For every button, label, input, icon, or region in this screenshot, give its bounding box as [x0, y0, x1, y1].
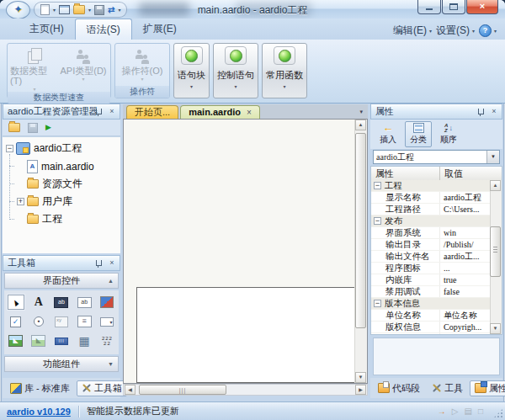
toolbox-icon-numeric[interactable]: 22222: [98, 333, 115, 348]
scroll-up-icon[interactable]: ▲: [355, 120, 366, 130]
run-status-icon[interactable]: ▷: [452, 407, 459, 416]
property-row[interactable]: 界面系统win: [371, 227, 491, 239]
property-row[interactable]: 显示名称aardio工程: [371, 192, 491, 204]
toolbox-icon-richedit[interactable]: [98, 295, 115, 310]
close-button[interactable]: ×: [466, 0, 498, 14]
toolbox-icon-image[interactable]: ◣: [30, 333, 47, 348]
property-category[interactable]: −工程: [371, 180, 491, 192]
property-row[interactable]: 单位名称单位名称: [371, 310, 491, 322]
toolbox-icon-listview[interactable]: ▦: [76, 333, 93, 348]
property-row[interactable]: 禁用调试false: [371, 286, 491, 298]
scroll-right-icon[interactable]: ▶: [355, 385, 366, 395]
expand-icon[interactable]: +: [17, 198, 24, 205]
toolbox-icon-button[interactable]: III: [53, 333, 70, 348]
close-tab-icon[interactable]: ×: [247, 109, 252, 117]
toolbox-icon-textbox[interactable]: ab: [53, 295, 70, 310]
save-project-icon[interactable]: [28, 123, 38, 133]
property-row[interactable]: 程序图标...: [371, 263, 491, 274]
toolbox-icon-radio[interactable]: ●: [30, 314, 47, 329]
open-project-icon[interactable]: [8, 123, 20, 132]
collapse-icon[interactable]: −: [6, 145, 13, 152]
new-document-icon[interactable]: [40, 4, 50, 15]
version-link[interactable]: aardio v10.129: [7, 407, 71, 417]
operator-button[interactable]: 操作符(O) ▾: [118, 45, 167, 86]
new-window-icon[interactable]: [59, 5, 70, 14]
toolbox-icon-static-text[interactable]: A: [30, 295, 47, 310]
toolbox-icon-pointer[interactable]: ▲: [8, 295, 24, 310]
editor-horizontal-scrollbar[interactable]: ◀ ||| ▶: [123, 384, 368, 396]
insert-button[interactable]: ← 插入: [375, 121, 401, 147]
property-category[interactable]: −发布: [371, 215, 491, 227]
property-row[interactable]: 输出文件名aardio工...: [371, 251, 491, 263]
resize-grip[interactable]: [493, 408, 503, 418]
scroll-down-icon[interactable]: ▼: [490, 323, 501, 334]
scroll-up-icon[interactable]: ▲: [490, 180, 501, 191]
tab-main-aardio[interactable]: main.aardio ×: [180, 105, 260, 119]
selector-dropdown-icon[interactable]: ▼: [486, 151, 499, 163]
tab-list-dropdown-icon[interactable]: ▾: [359, 109, 363, 115]
toolbox-section-components[interactable]: 功能组件 ▼: [4, 356, 119, 372]
page-icon[interactable]: □: [478, 407, 483, 416]
scroll-down-icon[interactable]: ▼: [355, 372, 366, 383]
close-panel-icon[interactable]: ×: [107, 107, 117, 117]
toolbox-icon-edit[interactable]: ab: [76, 295, 93, 310]
tab-syntax[interactable]: 语法(S): [75, 19, 132, 40]
datatype-button[interactable]: 数据类型(T) ▾: [10, 45, 59, 92]
toolbox-icon-checkbox[interactable]: ✓: [8, 314, 24, 329]
grid-vertical-scrollbar[interactable]: ▲ ▼: [490, 180, 502, 334]
tab-snippets[interactable]: 代码段: [373, 380, 425, 396]
tree-node-project-folder[interactable]: 工程: [3, 210, 120, 228]
statement-block-button[interactable]: 语句块 ▾: [173, 43, 210, 98]
pin-icon[interactable]: [93, 107, 104, 117]
close-panel-icon[interactable]: ×: [489, 107, 499, 117]
tree-node-user-lib[interactable]: + 用户库: [3, 193, 120, 210]
tab-library[interactable]: 库 - 标准库: [5, 380, 75, 396]
api-type-button[interactable]: API类型(D) ▾: [59, 45, 108, 92]
open-folder-icon[interactable]: [73, 5, 85, 14]
pin-icon[interactable]: [93, 258, 104, 268]
maximize-button[interactable]: [442, 0, 465, 14]
tab-home[interactable]: 主页(H): [19, 19, 75, 40]
object-selector[interactable]: aardio工程 ▼: [373, 150, 500, 164]
toolbox-icon-combobox[interactable]: ▾: [98, 314, 115, 329]
tab-toolbox[interactable]: 工具箱: [77, 380, 127, 396]
categorize-button[interactable]: 分类: [405, 121, 432, 147]
app-logo-button[interactable]: ✦: [6, 1, 30, 19]
tab-tools[interactable]: 工具: [427, 380, 468, 396]
property-row[interactable]: 工程路径C:\Users...: [371, 204, 491, 215]
tab-extend[interactable]: 扩展(E): [132, 19, 188, 40]
property-row[interactable]: 内嵌库true: [371, 274, 491, 286]
docs-icon[interactable]: ▤: [465, 407, 472, 416]
property-row[interactable]: 版权信息Copyrigh...: [371, 322, 491, 333]
toolbox-section-ui-controls[interactable]: 界面控件 ▲: [4, 273, 119, 289]
code-editor[interactable]: ▲ ▼: [123, 119, 368, 384]
property-row[interactable]: 输出目录/Publish/: [371, 239, 491, 251]
tree-node-main-aardio[interactable]: A main.aardio: [3, 157, 120, 175]
property-row[interactable]: 产品名称aardio工程: [371, 333, 491, 334]
new-document-dropdown-icon[interactable]: ▾: [53, 8, 56, 13]
control-statement-button[interactable]: 控制语句 ▾: [213, 43, 258, 98]
menu-edit[interactable]: 编辑(E) ▾: [393, 24, 432, 38]
goto-icon[interactable]: →: [438, 407, 446, 416]
sort-button[interactable]: AZ ↓ 顺序: [435, 121, 462, 147]
editor-vertical-scrollbar[interactable]: ▲ ▼: [354, 120, 367, 383]
tree-node-project-root[interactable]: − aardio工程: [3, 140, 120, 157]
horizontal-scroll-thumb[interactable]: |||: [139, 385, 226, 395]
toolbox-icon-listbox[interactable]: ≡: [76, 314, 93, 329]
pin-icon[interactable]: [476, 107, 486, 117]
menu-help[interactable]: ? ▾: [479, 24, 497, 37]
tree-node-resources[interactable]: 资源文件: [3, 175, 120, 193]
toolbox-icon-panel[interactable]: xy: [53, 314, 70, 329]
tab-properties[interactable]: 属性: [470, 380, 505, 396]
close-panel-icon[interactable]: ×: [107, 258, 117, 268]
minimize-button[interactable]: [417, 0, 441, 14]
property-category[interactable]: −版本信息: [371, 298, 491, 310]
grid-scroll-thumb[interactable]: [490, 226, 501, 277]
toolbox-icon-picturebox[interactable]: ◣: [8, 333, 24, 348]
open-dropdown-icon[interactable]: ▾: [88, 8, 91, 13]
vertical-scroll-thumb[interactable]: [355, 133, 366, 328]
common-functions-button[interactable]: 常用函数 ▾: [262, 43, 307, 98]
menu-settings[interactable]: 设置(S) ▾: [436, 24, 475, 38]
scroll-left-icon[interactable]: ◀: [125, 385, 136, 395]
run-icon[interactable]: ▶: [45, 124, 51, 131]
